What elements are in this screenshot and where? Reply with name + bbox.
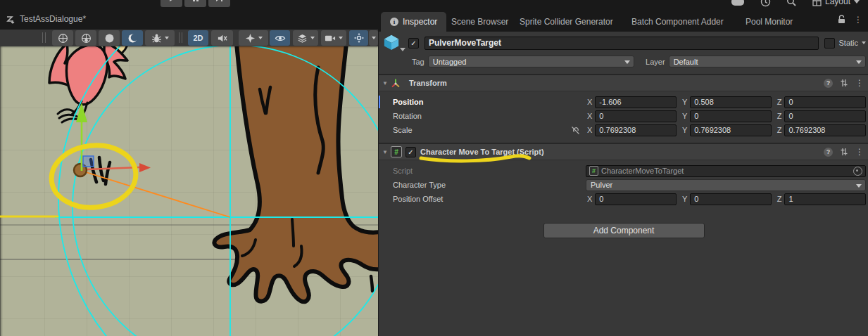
rotation-z-field[interactable]: 0 [784,110,866,122]
window-icon [6,15,15,25]
component-title: Transform [409,79,447,87]
offset-z-field[interactable]: 1 [784,193,866,205]
property-label[interactable]: Scale [393,126,569,134]
move-script-header[interactable]: ▼ # ✓ Character Move To Target (Script) … [379,143,868,160]
axis-z-label: Z [777,112,782,120]
position-y-field[interactable]: 0.508 [690,96,772,108]
kebab-menu-icon[interactable]: ⋮ [854,15,862,24]
foldout-icon[interactable]: ▼ [382,80,391,86]
property-label[interactable]: Position [393,98,569,106]
transform-body: Position X -1.606 Y 0.508 Z 0 Rotation X… [379,91,868,143]
axis-y-label: Y [682,112,687,120]
shading-wireframe-button[interactable] [52,30,73,46]
toolbar-separator [45,32,46,43]
axis-x-label: X [587,126,592,134]
lock-icon[interactable] [838,15,845,24]
tab-pool-monitor[interactable]: Pool Monitor [746,12,793,32]
gizmo-dropdown-button[interactable] [369,30,378,46]
position-z-field[interactable]: 0 [784,96,866,108]
active-checkbox[interactable]: ✓ [408,38,419,49]
static-dropdown-icon[interactable] [862,41,866,44]
rotation-x-field[interactable]: 0 [595,110,677,122]
2d-mode-button[interactable]: 2D [188,30,208,46]
chevron-down-icon [258,37,263,39]
tab-batch-component-adder[interactable]: Batch Component Adder [631,12,724,32]
scale-x-field[interactable]: 0.7692308 [595,124,677,136]
2d-label: 2D [193,34,203,42]
foldout-icon[interactable]: ▼ [382,149,391,155]
shaded-wireframe-sphere-icon [81,33,92,44]
gameobject-name-field[interactable]: PulverMoveTarget [424,37,819,50]
layer-value: Default [674,58,698,66]
axis-z-label: Z [777,98,782,106]
tab-sprite-collider-generator[interactable]: Sprite Collider Generator [520,12,613,32]
presets-icon[interactable] [840,79,848,87]
scale-y-field[interactable]: 0.7692308 [690,124,772,136]
play-icon [168,0,175,2]
layers-button[interactable] [293,30,318,46]
object-picker-icon[interactable] [853,167,862,176]
static-checkbox[interactable] [824,38,835,49]
tab-inspector[interactable]: i Inspector [381,12,446,32]
tab-label: Sprite Collider Generator [520,17,613,27]
chevron-down-icon [339,37,343,39]
scale-row: Scale X 0.7692308 Y 0.7692308 Z 0.769230… [379,123,868,137]
scene-canvas[interactable] [0,46,378,336]
scene-viewport[interactable] [0,46,378,336]
history-icon[interactable] [760,0,771,7]
main-toolbar: Layout [0,0,868,8]
script-asset-icon: # [589,166,598,176]
link-broken-icon[interactable] [571,126,580,135]
shading-shaded-wireframe-button[interactable] [75,30,96,46]
tab-scene-browser[interactable]: Scene Browser [451,12,508,32]
character-type-row: Character Type Pulver [379,178,868,192]
tag-dropdown[interactable]: Untagged [428,56,634,67]
add-component-button[interactable]: Add Component [543,223,705,238]
offset-y-field[interactable]: 0 [690,193,772,205]
layer-dropdown[interactable]: Default [669,56,866,67]
search-icon[interactable] [786,0,797,7]
gameobject-icon-wrap[interactable] [383,34,404,52]
offset-x-field[interactable]: 0 [595,193,677,205]
camera-settings-button[interactable] [321,30,346,46]
tab-label: Pool Monitor [746,17,793,27]
kebab-menu-icon[interactable]: ⋮ [855,148,864,156]
tab-label: Batch Component Adder [631,17,724,27]
position-x-field[interactable]: -1.606 [595,96,677,108]
position-row: Position X -1.606 Y 0.508 Z 0 [379,95,868,109]
rotation-y-field[interactable]: 0 [690,110,772,122]
effects-button[interactable] [239,30,268,46]
scene-visibility-button[interactable] [270,30,290,46]
character-type-dropdown[interactable]: Pulver [586,179,866,191]
property-label[interactable]: Rotation [393,112,569,120]
audio-mute-button[interactable] [211,30,233,46]
window-title: TestAssDialogue* [20,14,86,24]
debug-mode-button[interactable] [145,30,175,46]
cloud-icon[interactable] [731,0,745,6]
pause-button[interactable] [184,0,206,7]
layout-dropdown[interactable]: Layout [812,0,860,6]
inspector-tabbar: i Inspector Scene Browser Sprite Collide… [378,8,868,32]
help-icon[interactable]: ? [824,79,833,88]
shading-shaded-button[interactable] [99,30,120,46]
play-button[interactable] [161,0,182,7]
property-label: Script [393,167,586,175]
chevron-down-icon[interactable] [400,48,405,51]
transform-header[interactable]: ▼ Transform ? ⋮ [379,75,868,91]
scale-z-field[interactable]: 0.7692308 [784,124,866,136]
camera-icon [325,34,336,43]
shaded-sphere-icon [104,33,115,44]
chevron-down-icon [856,60,862,64]
enabled-checkbox[interactable]: ✓ [405,147,416,157]
script-object-field[interactable]: # CharacterMoveToTarget [586,165,866,177]
kebab-menu-icon[interactable]: ⋮ [855,79,864,87]
scene-window-titlebar[interactable]: TestAssDialogue* [0,8,378,30]
shading-overdraw-button[interactable] [122,30,143,46]
xy-plane-handle[interactable] [83,156,94,167]
presets-icon[interactable] [840,148,848,156]
step-button[interactable] [208,0,230,7]
gizmo-navigation-button[interactable] [349,30,368,46]
chevron-down-icon [372,37,376,39]
help-icon[interactable]: ? [824,148,833,157]
tag-value: Untagged [433,58,467,66]
